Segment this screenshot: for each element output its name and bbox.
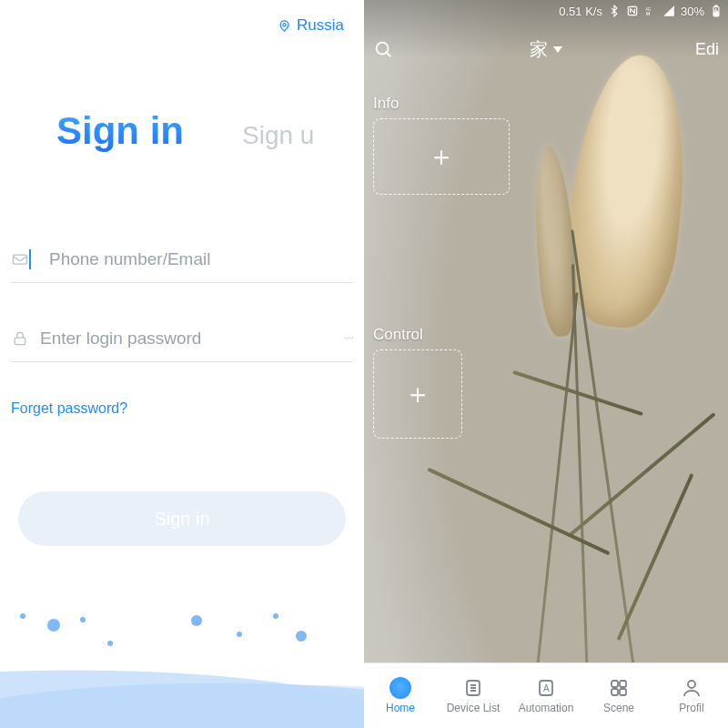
nav-automation[interactable]: A Automation [510, 663, 582, 728]
add-info-card[interactable]: ＋ [373, 118, 510, 195]
region-selector[interactable]: Russia [278, 16, 344, 35]
network-speed: 0.51 K/s [559, 5, 602, 18]
svg-point-0 [283, 23, 286, 25]
decorative-waves [0, 619, 364, 728]
svg-point-8 [377, 43, 389, 55]
nav-label: Scene [603, 702, 634, 714]
section-label-info: Info [373, 95, 399, 113]
bluetooth-icon [608, 5, 621, 17]
nav-label: Home [386, 702, 415, 714]
nfc-icon [626, 5, 639, 17]
plus-icon: ＋ [404, 376, 431, 413]
svg-rect-14 [612, 689, 618, 695]
login-form: ᵕᵕ [11, 237, 353, 362]
home-title: 家 [530, 37, 548, 62]
nav-device-list[interactable]: Device List [437, 663, 510, 728]
svg-text:4G: 4G [645, 7, 652, 12]
plus-icon: ＋ [428, 138, 455, 176]
svg-rect-1 [14, 255, 27, 264]
automation-icon: A [535, 677, 557, 699]
lte-icon: 4G [644, 5, 657, 17]
device-list-icon [462, 677, 484, 699]
svg-rect-12 [612, 681, 618, 687]
android-status-bar: 0.51 K/s 4G 30% [559, 0, 723, 22]
profile-icon [681, 677, 703, 699]
nav-label: Device List [447, 702, 500, 714]
mail-icon [11, 250, 29, 268]
bottom-nav: Home Device List A Automation Scene Prof… [364, 662, 728, 728]
search-icon[interactable] [373, 39, 393, 59]
scene-icon [608, 677, 630, 699]
signin-screen: Russia Sign in Sign u ᵕᵕ Forget password… [0, 0, 364, 728]
signin-button[interactable]: Sign in [18, 491, 346, 546]
nav-scene[interactable]: Scene [582, 663, 655, 728]
svg-text:A: A [543, 683, 550, 693]
tab-signup[interactable]: Sign u [242, 121, 314, 150]
region-label: Russia [297, 16, 344, 35]
text-cursor [29, 249, 38, 269]
svg-rect-2 [15, 338, 25, 345]
add-control-card[interactable]: ＋ [373, 349, 462, 439]
username-field-row [11, 237, 353, 283]
tab-signin[interactable]: Sign in [56, 109, 184, 153]
svg-rect-13 [620, 681, 626, 687]
nav-profile[interactable]: Profil [655, 663, 728, 728]
nav-label: Profil [679, 702, 703, 714]
password-input[interactable] [40, 329, 344, 349]
battery-percent: 30% [681, 5, 704, 18]
home-selector[interactable]: 家 [530, 37, 562, 62]
svg-rect-15 [620, 689, 626, 695]
username-input[interactable] [49, 249, 353, 269]
section-label-control: Control [373, 326, 423, 344]
show-password-icon[interactable]: ᵕᵕ [344, 331, 353, 346]
svg-rect-6 [715, 5, 717, 6]
battery-icon [710, 5, 723, 17]
nav-home[interactable]: Home [364, 663, 437, 728]
password-field-row: ᵕᵕ [11, 316, 353, 362]
home-icon [389, 677, 411, 699]
chevron-down-icon [553, 46, 562, 53]
lock-icon [11, 329, 29, 348]
auth-tabs: Sign in Sign u [0, 109, 364, 153]
nav-label: Automation [519, 702, 574, 714]
location-pin-icon [278, 19, 291, 33]
signin-button-label: Sign in [154, 509, 209, 530]
app-bar: 家 Edi [364, 31, 728, 67]
svg-point-16 [688, 681, 695, 688]
signal-icon [662, 5, 675, 17]
home-screen: 0.51 K/s 4G 30% 家 Edi Info ＋ Control ＋ H… [364, 0, 728, 728]
edit-button[interactable]: Edi [695, 40, 719, 59]
forgot-password-link[interactable]: Forget password? [11, 400, 127, 417]
